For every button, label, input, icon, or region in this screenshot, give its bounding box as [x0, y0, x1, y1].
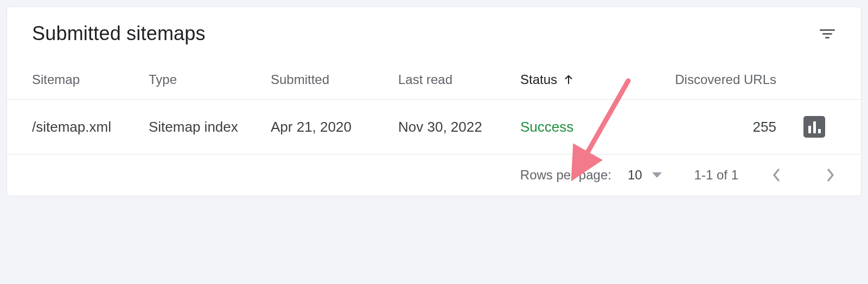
column-status-label: Status: [520, 72, 557, 87]
cell-last-read: Nov 30, 2022: [398, 119, 520, 135]
pagination-bar: Rows per page: 10 1-1 of 1: [7, 154, 861, 196]
rows-per-page: Rows per page: 10: [520, 167, 662, 183]
cell-status: Success: [520, 119, 656, 135]
page-range: 1-1 of 1: [694, 167, 738, 183]
card-title: Submitted sitemaps: [32, 22, 206, 45]
cell-discovered-urls: 255: [656, 119, 793, 135]
column-submitted[interactable]: Submitted: [271, 72, 398, 87]
sort-ascending-icon: [563, 74, 575, 86]
table-header-row: Sitemap Type Submitted Last read Status …: [7, 60, 861, 100]
column-status[interactable]: Status: [520, 72, 656, 87]
next-page-button[interactable]: [825, 170, 836, 180]
rows-per-page-label: Rows per page:: [520, 167, 611, 183]
column-sitemap[interactable]: Sitemap: [32, 72, 149, 87]
sitemaps-card: Submitted sitemaps Sitemap Type Submitte…: [7, 7, 861, 196]
card-header: Submitted sitemaps: [7, 7, 861, 60]
bar-chart-icon[interactable]: [803, 116, 825, 138]
cell-submitted: Apr 21, 2020: [271, 119, 398, 135]
table-row[interactable]: /sitemap.xml Sitemap index Apr 21, 2020 …: [7, 100, 861, 154]
column-last-read[interactable]: Last read: [398, 72, 520, 87]
page-nav: [771, 170, 836, 180]
filter-icon[interactable]: [819, 25, 836, 42]
column-discovered-urls[interactable]: Discovered URLs: [656, 72, 793, 87]
prev-page-button[interactable]: [771, 170, 782, 180]
dropdown-triangle-icon: [652, 172, 662, 178]
column-type[interactable]: Type: [149, 72, 271, 87]
rows-per-page-value: 10: [628, 167, 642, 183]
cell-type: Sitemap index: [149, 119, 271, 135]
rows-per-page-select[interactable]: 10: [628, 167, 662, 183]
cell-sitemap: /sitemap.xml: [32, 119, 149, 135]
